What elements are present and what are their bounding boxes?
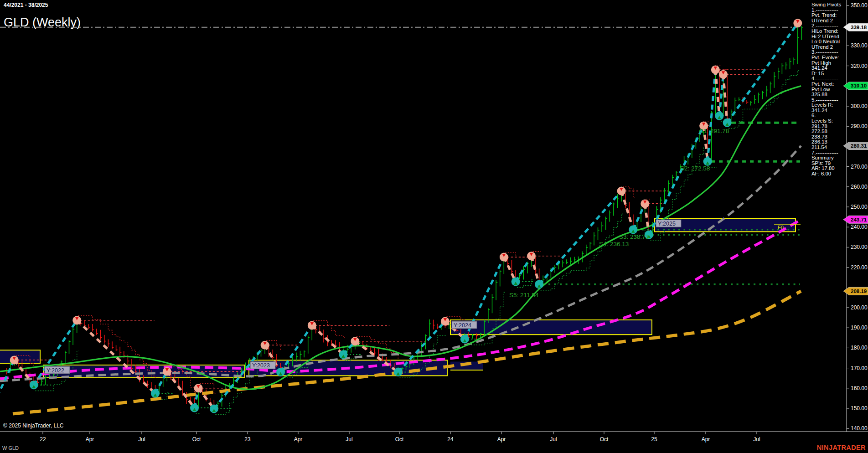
time-tick-label: Oct: [192, 436, 201, 443]
price-chart-canvas[interactable]: Y:2022Y:2023Y:2024Y:2025S1: 291.78S2: 27…: [0, 0, 868, 453]
time-tick-label: Apr: [86, 436, 94, 443]
price-tick-label: 190.00: [851, 324, 868, 331]
panel-line: Pvt. Next:: [811, 82, 867, 87]
support-level-label: S5: 211.54: [509, 292, 539, 299]
copyright-label: © 2025 NinjaTrader, LLC: [3, 422, 63, 429]
price-tick-label: 250.00: [851, 204, 868, 210]
candles-layer: [6, 23, 803, 409]
up-bars: [10, 23, 803, 409]
time-tick-label: 24: [447, 436, 454, 443]
support-levels-layer: [543, 123, 800, 284]
support-level-label: S4: 236.13: [599, 241, 629, 247]
trailing-stop-down: [313, 321, 345, 338]
time-tick-label: Oct: [395, 436, 404, 443]
ma-fast-green: [0, 86, 801, 389]
price-tick-label: 140.00: [851, 425, 868, 432]
price-marker-label: 208.19: [851, 288, 867, 294]
support-level-label: S3: 238.73: [619, 233, 649, 240]
f0-label: F0: [778, 225, 784, 230]
trailing-stop-up: [466, 292, 505, 345]
panel-line: Levels S:: [811, 118, 867, 124]
panel-line: 325.88: [811, 92, 867, 98]
instrument-tab-label[interactable]: W GLD: [2, 445, 19, 451]
ninjatrader-logo: NINJATRADER: [817, 444, 866, 451]
year-label: Y:2025: [658, 221, 676, 227]
time-tick-label: 22: [40, 436, 46, 443]
year-range-box: [0, 350, 40, 363]
support-level-label: S1: 291.78: [699, 128, 729, 134]
zigzag-down-segment: [715, 70, 719, 116]
support-level-label: S2: 272.58: [680, 165, 710, 172]
year-label: Y:2024: [454, 322, 471, 329]
time-tick-label: Jul: [346, 436, 352, 443]
price-tick-label: 240.00: [851, 224, 868, 230]
annotations-layer: Y:2022Y:2023Y:2024Y:2025S1: 291.78S2: 27…: [45, 128, 801, 374]
time-tick-label: Apr: [294, 436, 303, 443]
price-tick-label: 200.00: [851, 304, 868, 311]
panel-line: AF: 6.00: [811, 171, 867, 177]
panel-line: Pvt. Evolve:: [811, 55, 867, 61]
swing-pivots-panel: Swing Pivots1.-------------Pvt. Trend:UT…: [811, 2, 867, 177]
year-label: Y:2022: [46, 367, 64, 374]
time-tick-label: 25: [651, 436, 657, 443]
price-tick-label: 160.00: [851, 385, 868, 391]
price-tick-label: 170.00: [851, 365, 868, 371]
pivot-hold-lines-layer: [17, 23, 801, 409]
chart-window: 44/2021 - 38/2025 GLD (Weekly) Y:2022Y:2…: [0, 0, 868, 453]
zigzag-down-segment: [312, 325, 343, 355]
year-label: Y:2023: [252, 362, 270, 369]
time-tick-label: 23: [244, 436, 251, 443]
panel-line: HiLo Trend:: [811, 29, 867, 34]
zigzag-up-segment: [727, 23, 798, 123]
time-tick-label: Apr: [497, 436, 506, 443]
time-tick-label: Jul: [753, 436, 760, 443]
year-range-box: [450, 320, 652, 335]
time-tick-label: Oct: [600, 436, 609, 443]
zigzag-up-segment: [0, 360, 14, 404]
price-tick-label: 220.00: [851, 264, 868, 271]
price-tick-label: 180.00: [851, 345, 868, 351]
price-tick-label: 230.00: [851, 244, 868, 250]
panel-line: Lo:0 Neutral: [811, 39, 867, 45]
panel-line: 211.54: [811, 145, 867, 150]
ma-mid-gray: [0, 146, 801, 381]
time-tick-label: Jul: [550, 436, 557, 443]
time-tick-label: Jul: [138, 436, 145, 443]
panel-line: Swing Pivots: [811, 2, 867, 8]
panel-line: 341.24: [811, 66, 867, 71]
price-marker-label: 243.71: [851, 217, 867, 222]
price-tick-label: 150.00: [851, 405, 868, 412]
zigzag-down-segment: [621, 191, 633, 230]
price-tick-label: 260.00: [851, 184, 868, 190]
time-tick-label: Apr: [702, 436, 710, 443]
